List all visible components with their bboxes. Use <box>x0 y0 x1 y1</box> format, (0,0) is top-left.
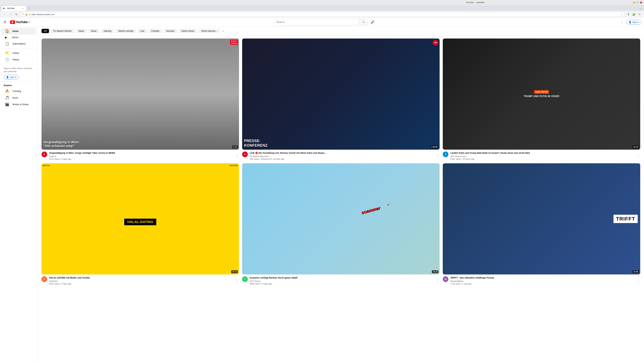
video-title-6: TRIFFT - Das ultimative Challenge Format <box>450 276 634 280</box>
movies-icon: 🎬 <box>5 102 9 106</box>
video-card-5[interactable]: scammer ↙ 14:22 Y Scammer verfolgt Rentn… <box>242 163 440 285</box>
more-options-4[interactable]: ⋮ <box>235 276 239 285</box>
sidebar-label-library: Library <box>12 52 19 54</box>
menu-button[interactable]: ≡ <box>637 12 642 17</box>
sidebar-item-music[interactable]: 🎵 Music <box>1 94 36 101</box>
video-channel-6: MontanaBlack <box>450 280 634 282</box>
filter-next-button[interactable]: › <box>222 28 224 33</box>
trending-icon: 🔥 <box>5 89 9 93</box>
more-options-5[interactable]: ⋮ <box>436 276 440 285</box>
time-4: 2 days ago <box>61 282 72 285</box>
shield-icon: 🛡 <box>22 13 24 16</box>
youtube-logo[interactable]: YouTube DE <box>10 20 30 24</box>
video-card-1[interactable]: Vergewaltigung in Wien:"Alle schauten we… <box>42 38 239 160</box>
filter-chip-sketch-comedy[interactable]: Sketch comedy <box>116 29 136 33</box>
shorts-icon: ▶ <box>5 36 9 39</box>
sidebar-item-history[interactable]: 🕐 History <box>1 56 36 63</box>
window-title: YouTube — LibreWolf <box>318 2 633 4</box>
channel-name-5: YES Theory <box>250 280 261 282</box>
channel-avatar-4: P <box>42 276 47 282</box>
search-button[interactable]: 🔍 <box>359 19 368 25</box>
filter-bar: All FC Bayern Munich News Music Gaming S… <box>38 26 644 35</box>
filter-chip-game-shows[interactable]: Game shows <box>179 29 197 33</box>
tab-close-button[interactable]: × <box>21 7 24 10</box>
video-duration-4: 18:42 <box>231 270 238 273</box>
active-tab[interactable]: ▶ YouTube × <box>1 6 26 11</box>
video-title-4: HALAL-DATING mit Mutter und Tochter <box>49 276 233 280</box>
video-title-3: Landen Putin und Trump bald beide im Kna… <box>450 152 634 155</box>
video-thumb-4: MUTTER TOCHTER HALAL-DATING 18:42 <box>42 163 239 274</box>
channel-name-6: MontanaBlack <box>450 280 463 282</box>
video-meta-4: 520K views • 2 days ago <box>49 282 233 285</box>
search-form: 🔍 <box>274 19 368 25</box>
sidebar-item-trending[interactable]: 🔥 Trending <box>1 88 36 94</box>
filter-chip-humans[interactable]: Humans <box>164 29 177 33</box>
video-card-2[interactable]: FCB PRESSE-KONFERENZ 1:06:56 F LIVE 🔴 Di… <box>242 38 440 160</box>
sidebar-item-shorts[interactable]: ▶ Shorts <box>1 34 36 40</box>
filter-chip-fc-bayern[interactable]: FC Bayern Munich <box>51 29 74 33</box>
youtube-app: ☰ YouTube DE 🔍 🎤 <box>0 18 644 362</box>
search-icon: 🔍 <box>362 21 365 23</box>
more-options-3[interactable]: ⋮ <box>636 152 640 160</box>
video-card-4[interactable]: MUTTER TOCHTER HALAL-DATING 18:42 P HALA… <box>42 163 239 285</box>
reload-button[interactable]: ↻ <box>14 12 19 17</box>
forward-button[interactable]: → <box>8 12 13 17</box>
verified-icon-2: ✓ <box>269 155 270 158</box>
youtube-play-icon <box>12 21 14 23</box>
voice-search-button[interactable]: 🎤 <box>369 19 376 25</box>
filter-chip-live[interactable]: Live <box>138 29 147 33</box>
sidebar-item-subscriptions[interactable]: 📋 Subscriptions <box>1 40 36 47</box>
video-title-2: LIVE 🔴 Die Vorstellung von Thomas Tuchel… <box>250 152 434 155</box>
filter-chip-all[interactable]: All <box>42 29 49 33</box>
video-info-1: K Vergewaltigung in Wien: Zeuge verfolgt… <box>42 152 239 160</box>
video-info-3: Z Landen Putin und Trump bald beide im K… <box>443 152 640 160</box>
trifft-overlay: TRIFFT <box>443 163 640 274</box>
heute-lock-badge: LOCK 'EM UP <box>534 90 549 94</box>
video-card-6[interactable]: TRIFFT 22:08 M TRIFFT - Das ultimative C… <box>443 163 640 285</box>
video-info-4: P HALAL-DATING mit Mutter und Tochter Pi… <box>42 276 239 285</box>
video-title-1: Vergewaltigung in Wien: Zeuge verfolgte … <box>49 152 233 155</box>
views-5: 892K views <box>250 282 260 285</box>
bookmark-icon[interactable]: ☆ <box>620 13 623 16</box>
tabs-dropdown-button[interactable]: ⌄ <box>638 6 643 11</box>
sidebar-label-history: History <box>12 58 19 61</box>
address-bar-container: 🛡 🔒 ⇄ ☆ <box>20 12 625 17</box>
sidebar-label-music: Music <box>12 96 18 99</box>
video-card-3[interactable]: LOCK 'EM UP TRUMP UND PUTIN IM VISIER 21… <box>443 38 640 160</box>
search-input[interactable] <box>276 21 356 24</box>
more-options-1[interactable]: ⋮ <box>235 152 239 160</box>
new-tab-button[interactable]: + <box>27 6 31 10</box>
trifft-text: TRIFFT <box>616 216 635 222</box>
search-input-wrapper <box>274 19 359 25</box>
filter-chip-music[interactable]: Music <box>88 29 99 33</box>
filter-chip-home-improve[interactable]: Home improve... <box>199 29 220 33</box>
video-info-6: M TRIFFT - Das ultimative Challenge Form… <box>443 276 640 285</box>
sidebar-item-home[interactable]: 🏠 Home <box>1 28 36 34</box>
sidebar-item-library[interactable]: 📁 Library <box>1 50 36 56</box>
video-channel-1: krone tv <box>49 155 233 158</box>
minimize-button[interactable]: — <box>633 2 635 4</box>
verified-icon-3: ✓ <box>466 155 468 158</box>
sidebar-item-movies[interactable]: 🎬 Movies & Shows <box>1 101 36 108</box>
more-options-button[interactable]: ⋮ <box>619 19 625 25</box>
tracking-icon: ⇄ <box>28 13 30 16</box>
close-button[interactable]: ✕ <box>640 2 642 4</box>
history-icon: 🕐 <box>5 58 9 62</box>
channel-name-3: ZDF heute-show <box>450 155 466 158</box>
hamburger-menu-button[interactable]: ☰ <box>2 19 8 25</box>
youtube-logo-icon <box>10 20 15 24</box>
title-bar: YouTube — LibreWolf — ⬜ ✕ <box>0 0 644 5</box>
address-input[interactable] <box>32 13 620 16</box>
more-options-6[interactable]: ⋮ <box>636 276 640 285</box>
video-info-5: Y Scammer verfolgt Rentner durch ganze S… <box>242 276 440 285</box>
extensions-button[interactable]: 🧩 <box>632 12 636 17</box>
back-button[interactable]: ← <box>2 12 7 17</box>
download-button[interactable]: ⬇ <box>626 12 631 17</box>
filter-chip-comedy[interactable]: Comedy <box>149 29 162 33</box>
more-options-2[interactable]: ⋮ <box>436 152 440 160</box>
filter-chip-news[interactable]: News <box>76 29 87 33</box>
sign-in-button[interactable]: 👤 Sign in <box>626 20 642 24</box>
sidebar-sign-in-button[interactable]: 👤 Sign in <box>4 75 19 80</box>
maximize-button[interactable]: ⬜ <box>636 2 639 4</box>
filter-chip-gaming[interactable]: Gaming <box>101 29 114 33</box>
